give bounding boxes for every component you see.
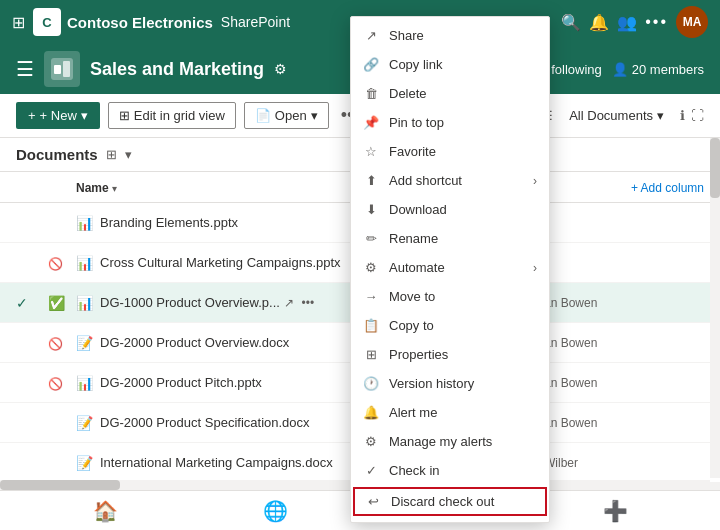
menu-item-properties[interactable]: ⊞ Properties xyxy=(351,340,549,369)
settings-icon[interactable]: ⚙ xyxy=(274,61,287,77)
manage-alerts-label: Manage my alerts xyxy=(389,434,537,449)
platform-name: SharePoint xyxy=(221,14,290,30)
automate-label: Automate xyxy=(389,260,523,275)
search-icon[interactable]: 🔍 xyxy=(561,13,581,32)
doc-view-chevron[interactable]: ▾ xyxy=(125,147,132,162)
share-label: Share xyxy=(389,28,537,43)
check-in-icon: ✓ xyxy=(363,463,379,478)
file-modified-by: an Bowen xyxy=(544,336,704,350)
file-type-icon: 📝 xyxy=(76,415,94,431)
discard-checkout-icon: ↩ xyxy=(365,494,381,509)
menu-item-download[interactable]: ⬇ Download xyxy=(351,195,549,224)
menu-icon[interactable]: ☰ xyxy=(16,57,34,81)
file-type-icon: 📝 xyxy=(76,335,94,351)
automate-icon: ⚙ xyxy=(363,260,379,275)
doc-title: Documents xyxy=(16,146,98,163)
menu-item-rename[interactable]: ✏ Rename xyxy=(351,224,549,253)
file-modified-by: an Bowen xyxy=(544,376,704,390)
all-documents-button[interactable]: All Documents ▾ xyxy=(559,103,674,128)
avatar[interactable]: MA xyxy=(676,6,708,38)
submenu-arrow: › xyxy=(533,261,537,275)
chevron-down-icon: ▾ xyxy=(81,108,88,123)
header-add-column[interactable]: + Add column xyxy=(631,180,704,195)
error-icon: 🚫 xyxy=(48,257,63,271)
share-icon: ↗ xyxy=(363,28,379,43)
people-icon[interactable]: 👥 xyxy=(617,13,637,32)
row-more-icon[interactable]: ••• xyxy=(302,296,315,310)
favorite-icon: ☆ xyxy=(363,144,379,159)
menu-item-delete[interactable]: 🗑 Delete xyxy=(351,79,549,108)
new-button[interactable]: + + New ▾ xyxy=(16,102,100,129)
manage-alerts-icon: ⚙ xyxy=(363,434,379,449)
company-logo[interactable]: C Contoso Electronics xyxy=(33,8,213,36)
svg-rect-1 xyxy=(54,65,61,74)
open-button[interactable]: 📄 Open ▾ xyxy=(244,102,329,129)
info-icon[interactable]: ℹ xyxy=(680,108,685,123)
vertical-scrollbar[interactable] xyxy=(710,138,720,478)
row-checkbox[interactable]: ✓ xyxy=(16,295,48,311)
menu-item-discard-checkout[interactable]: ↩ Discard check out xyxy=(353,487,547,516)
edit-grid-button[interactable]: ⊞ Edit in grid view xyxy=(108,102,236,129)
rename-label: Rename xyxy=(389,231,537,246)
download-icon: ⬇ xyxy=(363,202,379,217)
add-shortcut-label: Add shortcut xyxy=(389,173,523,188)
menu-item-alert-me[interactable]: 🔔 Alert me xyxy=(351,398,549,427)
expand-icon[interactable]: ⛶ xyxy=(691,108,704,123)
menu-item-pin-to-top[interactable]: 📌 Pin to top xyxy=(351,108,549,137)
menu-item-copy-to[interactable]: 📋 Copy to xyxy=(351,311,549,340)
h-scrollbar-thumb[interactable] xyxy=(0,480,120,490)
site-icon xyxy=(44,51,80,87)
people-small-icon: 👤 xyxy=(612,62,628,77)
version-history-label: Version history xyxy=(389,376,537,391)
menu-item-favorite[interactable]: ☆ Favorite xyxy=(351,137,549,166)
copy-to-label: Copy to xyxy=(389,318,537,333)
globe-icon[interactable]: 🌐 xyxy=(263,499,288,523)
row-file-icon: 🚫 xyxy=(48,374,76,392)
download-label: Download xyxy=(389,202,537,217)
doc-view-icon[interactable]: ⊞ xyxy=(106,147,117,162)
add-icon[interactable]: ➕ xyxy=(603,499,628,523)
row-file-icon: 🚫 xyxy=(48,334,76,352)
submenu-arrow: › xyxy=(533,174,537,188)
error-icon: 🚫 xyxy=(48,337,63,351)
rename-icon: ✏ xyxy=(363,231,379,246)
svg-rect-2 xyxy=(63,61,70,77)
members-button[interactable]: 👤 20 members xyxy=(612,62,704,77)
pin-to-top-label: Pin to top xyxy=(389,115,537,130)
menu-item-add-shortcut[interactable]: ⬆ Add shortcut › xyxy=(351,166,549,195)
delete-icon: 🗑 xyxy=(363,86,379,101)
menu-item-version-history[interactable]: 🕐 Version history xyxy=(351,369,549,398)
pin-to-top-icon: 📌 xyxy=(363,115,379,130)
row-file-icon: 🚫 xyxy=(48,254,76,272)
file-type-icon: 📊 xyxy=(76,255,94,271)
alert-me-label: Alert me xyxy=(389,405,537,420)
move-to-label: Move to xyxy=(389,289,537,304)
file-type-icon: 📊 xyxy=(76,375,94,391)
file-modified-by: an Bowen xyxy=(544,416,704,430)
more-icon[interactable]: ••• xyxy=(645,13,668,31)
move-to-icon: → xyxy=(363,289,379,304)
properties-label: Properties xyxy=(389,347,537,362)
version-history-icon: 🕐 xyxy=(363,376,379,391)
chevron-down-icon-open: ▾ xyxy=(311,108,318,123)
company-name: Contoso Electronics xyxy=(67,14,213,31)
menu-item-share[interactable]: ↗ Share xyxy=(351,21,549,50)
check-icon: ✅ xyxy=(48,295,65,311)
menu-item-automate[interactable]: ⚙ Automate › xyxy=(351,253,549,282)
home-icon[interactable]: 🏠 xyxy=(93,499,118,523)
menu-item-check-in[interactable]: ✓ Check in xyxy=(351,456,549,485)
copy-link-label: Copy link xyxy=(389,57,537,72)
menu-item-move-to[interactable]: → Move to xyxy=(351,282,549,311)
notification-icon[interactable]: 🔔 xyxy=(589,13,609,32)
check-in-label: Check in xyxy=(389,463,537,478)
file-modified-by: Wilber xyxy=(544,456,704,470)
v-scrollbar-thumb[interactable] xyxy=(710,138,720,198)
discard-checkout-label: Discard check out xyxy=(391,494,535,509)
site-title: Sales and Marketing xyxy=(90,59,264,80)
menu-item-copy-link[interactable]: 🔗 Copy link xyxy=(351,50,549,79)
copy-to-icon: 📋 xyxy=(363,318,379,333)
menu-item-manage-alerts[interactable]: ⚙ Manage my alerts xyxy=(351,427,549,456)
grid-icon[interactable]: ⊞ xyxy=(12,13,25,32)
share-row-icon[interactable]: ↗ xyxy=(284,296,294,310)
delete-label: Delete xyxy=(389,86,537,101)
